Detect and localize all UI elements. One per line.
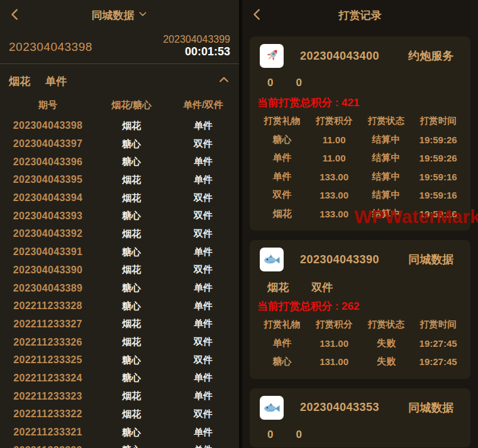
next-period: 202304043399 [163,34,230,45]
period-table-header: 期号 烟花/糖心 单件/双件 [0,94,239,114]
period-table-body: 202304043398烟花单件202304043397糖心双件20230404… [0,114,239,448]
reward-cell: 结算中 [360,189,413,201]
table-cell: 双件 [167,228,239,240]
table-row: 202211233320糖心单件 [0,441,239,448]
table-cell: 202304043398 [0,120,96,131]
reward-row: 双件133.00结算中19:59:16 [256,186,464,205]
reward-cell: 19:27:45 [412,338,464,349]
reward-header-cell: 打赏时间 [412,115,464,127]
table-cell: 202211233328 [0,300,96,312]
reward-card[interactable]: 202304043400约炮服务00当前打赏总积分 : 421打赏礼物打赏积分打… [250,36,470,231]
table-cell: 糖心 [96,427,167,439]
table-cell: 202304043390 [0,265,96,276]
table-row: 202211233323烟花单件 [0,387,239,405]
table-row: 202304043390烟花双件 [0,261,239,280]
table-cell: 202211233320 [0,445,96,448]
reward-cell: 单件 [256,152,308,164]
tab-single[interactable]: 单件 [45,74,67,89]
card-head: 202304043400约炮服务 [256,44,464,68]
table-cell: 202304043394 [0,192,96,204]
period-bar: 202304043398 202304043399 00:01:53 [0,30,239,64]
countdown-timer: 00:01:53 [163,45,230,58]
table-cell: 202211233321 [0,427,96,438]
table-cell: 双件 [167,408,239,420]
card-period: 202304043390 [300,253,379,266]
table-row: 202304043389糖心单件 [0,279,239,297]
reward-header-cell: 打赏礼物 [256,319,308,331]
table-row: 202304043393糖心双件 [0,207,239,225]
table-row: 202304043395烟花单件 [0,171,239,189]
reward-cell: 双件 [256,189,308,201]
reward-card[interactable]: 202304043390同城数据烟花双件当前打赏总积分 : 262打赏礼物打赏积… [250,240,470,379]
table-cell: 202304043393 [0,210,96,222]
table-cell: 单件 [167,174,239,186]
table-cell: 单件 [167,300,239,312]
table-cell: 202304043395 [0,174,96,185]
app: 同城数据 202304043398 202304043399 00:01:53 … [0,0,478,448]
reward-total-value: 421 [342,97,359,109]
reward-cell: 19:59:26 [412,134,464,145]
back-chevron-icon [250,8,264,24]
card-head: 202304043353同城数据 [256,396,464,420]
card-selections: 00 [256,429,464,440]
table-cell: 糖心 [96,300,167,312]
table-cell: 单件 [167,427,239,439]
chevron-up-icon [218,74,230,89]
current-period: 202304043398 [9,40,92,54]
table-row: 202304043392烟花双件 [0,225,239,243]
reward-cell: 19:59:16 [412,172,464,182]
reward-row: 单件133.00结算中19:59:16 [256,168,464,187]
card-head: 202304043390同城数据 [256,248,464,271]
reward-cell: 133.00 [308,209,360,219]
back-button[interactable] [8,8,23,23]
card-period: 202304043353 [300,401,379,414]
chevron-down-icon [138,9,148,22]
page-title: 打赏记录 [339,8,382,23]
card-service-name: 同城数据 [408,400,453,415]
table-cell: 烟花 [96,390,167,402]
cards-list: 202304043400约炮服务00当前打赏总积分 : 421打赏礼物打赏积分打… [242,30,478,448]
fish-icon [260,396,284,420]
reward-card[interactable]: 202304043353同城数据00 [250,388,470,447]
table-cell: 双件 [167,354,239,366]
tab-fireworks[interactable]: 烟花 [9,74,30,89]
tabs-row: 烟花 单件 [0,64,239,94]
table-cell: 202304043396 [0,156,96,168]
reward-cell: 133.00 [308,172,360,182]
reward-cell: 19:59:26 [412,153,464,163]
table-row: 202211233322烟花双件 [0,405,239,423]
city-data-panel: 同城数据 202304043398 202304043399 00:01:53 … [0,0,239,448]
reward-header-cell: 打赏积分 [308,115,360,127]
collapse-button[interactable] [218,74,230,89]
reward-cell: 单件 [256,337,308,349]
table-cell: 双件 [167,264,239,276]
table-cell: 糖心 [96,354,167,366]
reward-row: 糖心11.00结算中19:59:26 [256,131,464,150]
reward-cell: 失败 [360,337,413,349]
reward-cell: 失败 [360,356,413,368]
back-button[interactable] [250,8,265,23]
card-service-name: 约炮服务 [408,48,453,63]
table-cell: 糖心 [96,156,167,168]
page-title-dropdown[interactable]: 同城数据 [92,8,148,23]
reward-cell: 11.00 [308,153,360,163]
table-row: 202211233324糖心单件 [0,369,239,388]
table-cell: 202304043389 [0,283,96,294]
reward-row: 单件11.00结算中19:59:26 [256,149,464,168]
reward-total-label: 当前打赏总积分 : [257,97,342,109]
table-cell: 烟花 [96,192,167,204]
reward-cell: 结算中 [360,208,413,220]
reward-header-cell: 打赏礼物 [256,115,308,127]
table-cell: 糖心 [96,282,167,294]
table-row: 202211233321糖心单件 [0,423,239,442]
table-cell: 202304043391 [0,246,96,258]
table-cell: 烟花 [96,408,167,420]
reward-cell: 糖心 [256,356,308,368]
table-cell: 202211233323 [0,391,96,402]
reward-row: 烟花133.00结算中19:59:16 [256,205,464,224]
table-cell: 双件 [167,192,239,204]
page-title: 同城数据 [92,8,135,23]
table-cell: 双件 [167,336,239,348]
table-cell: 双件 [167,210,239,222]
next-period-block: 202304043399 00:01:53 [163,34,230,58]
